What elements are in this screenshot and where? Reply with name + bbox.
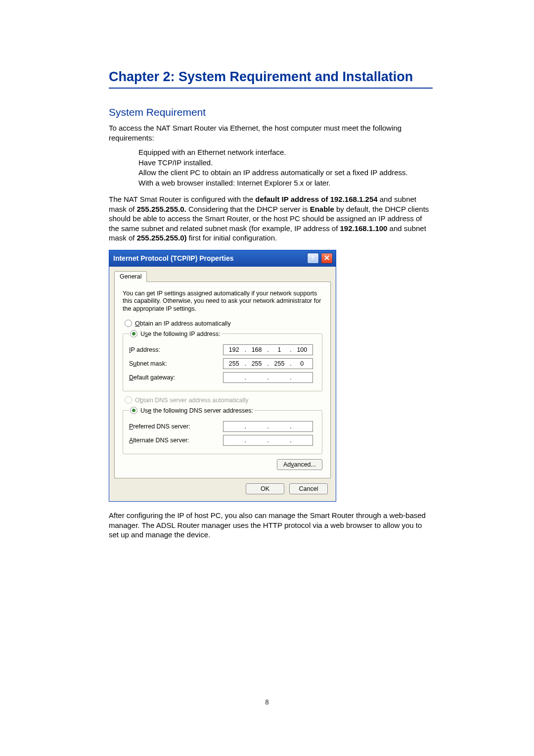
preferred-dns-input[interactable]: . . . <box>223 421 313 432</box>
list-item: Equipped with an Ethernet network interf… <box>138 147 430 157</box>
dot-icon: . <box>267 423 268 430</box>
dot-icon: . <box>290 423 291 430</box>
subnet-mask-input[interactable]: 255. 255. 255. 0 <box>223 358 313 369</box>
subnet-mask-label: Subnet mask: <box>129 360 223 367</box>
close-icon <box>324 254 330 262</box>
octet[interactable]: 100 <box>292 346 312 353</box>
octet[interactable]: 255 <box>246 360 267 367</box>
default-gateway-row: Default gateway: . . . <box>129 372 316 383</box>
text: anced... <box>294 461 316 468</box>
dialog-title: Internet Protocol (TCP/IP) Properties <box>113 254 233 262</box>
text: P address: <box>131 346 160 353</box>
mnemonic: b <box>140 397 143 404</box>
mnemonic: O <box>135 320 140 327</box>
radio-label: Obtain DNS server address automatically <box>135 397 248 404</box>
radio-obtain-dns: Obtain DNS server address automatically <box>125 396 320 404</box>
list-item: Allow the client PC to obtain an IP addr… <box>138 168 430 178</box>
svg-text:?: ? <box>311 255 314 261</box>
text: e the following IP address: <box>148 331 220 337</box>
text: first for initial configuration. <box>187 234 277 242</box>
octet[interactable]: 1 <box>269 346 290 353</box>
text: efault gateway: <box>134 374 175 381</box>
ip-address-row: IP address: 192. 168. 1. 100 <box>129 344 316 355</box>
subnet-mask-row: Subnet mask: 255. 255. 255. 0 <box>129 358 316 369</box>
cancel-button[interactable]: Cancel <box>289 483 328 494</box>
text: bnet mask: <box>136 360 167 367</box>
radio-label: Obtain an IP address automatically <box>135 320 231 327</box>
octet[interactable]: 192 <box>223 346 244 353</box>
dialog-titlebar[interactable]: Internet Protocol (TCP/IP) Properties ? <box>109 250 336 267</box>
default-gateway-input[interactable]: . . . <box>223 372 313 383</box>
bold-text: default IP address of 192.168.1.254 <box>255 195 377 203</box>
dns-group: Use the following DNS server addresses: … <box>123 407 322 454</box>
radio-use-ip[interactable]: Use the following IP address: <box>130 330 221 337</box>
default-gateway-label: Default gateway: <box>129 374 223 381</box>
requirements-list: Equipped with an Ethernet network interf… <box>138 147 430 188</box>
after-dialog-paragraph: After configuring the IP of host PC, you… <box>109 511 430 540</box>
radio-use-dns[interactable]: Use the following DNS server addresses: <box>130 407 253 414</box>
dialog-body: General You can get IP settings assigned… <box>109 267 336 502</box>
text: tain DNS server address automatically <box>143 397 249 404</box>
ok-button[interactable]: OK <box>246 483 284 494</box>
octet[interactable]: 0 <box>292 360 312 367</box>
text: O <box>135 397 140 404</box>
alternate-dns-label: Alternate DNS server: <box>129 437 223 444</box>
dot-icon: . <box>267 437 268 444</box>
dot-icon: . <box>290 437 291 444</box>
text: btain an IP address automatically <box>140 320 231 327</box>
radio-icon <box>125 396 132 404</box>
page-number: 8 <box>0 699 534 707</box>
preferred-dns-row: Preferred DNS server: . . . <box>129 421 316 432</box>
text: the following DNS server addresses: <box>151 407 253 414</box>
help-button[interactable]: ? <box>307 253 319 264</box>
intro-paragraph: To access the NAT Smart Router via Ether… <box>109 123 430 142</box>
dot-icon: . <box>290 374 291 381</box>
ip-group: Use the following IP address: IP address… <box>123 330 322 391</box>
preferred-dns-label: Preferred DNS server: <box>129 423 223 430</box>
list-item: Have TCP/IP installed. <box>138 158 430 168</box>
close-button[interactable] <box>321 253 333 264</box>
text: lternate DNS server: <box>133 437 189 444</box>
alternate-dns-input[interactable]: . . . <box>223 435 313 446</box>
text: Considering that the DHCP server is <box>186 205 310 213</box>
dialog-footer: OK Cancel <box>114 478 331 496</box>
radio-label: Use the following IP address: <box>140 331 221 337</box>
ip-address-input[interactable]: 192. 168. 1. 100 <box>223 344 313 355</box>
tcpip-properties-dialog: Internet Protocol (TCP/IP) Properties ? … <box>109 250 336 502</box>
ip-address-label: IP address: <box>129 346 223 353</box>
text: The NAT Smat Router is configured with t… <box>109 195 255 203</box>
dot-icon: . <box>244 437 246 444</box>
titlebar-buttons: ? <box>307 253 333 264</box>
advanced-button[interactable]: Advanced... <box>277 459 322 470</box>
dialog-intro: You can get IP settings assigned automat… <box>123 290 322 313</box>
radio-obtain-ip[interactable]: Obtain an IP address automatically <box>125 320 320 327</box>
octet[interactable]: 255 <box>223 360 244 367</box>
radio-label: Use the following DNS server addresses: <box>140 407 253 414</box>
radio-icon <box>130 407 137 414</box>
bold-text: 192.168.1.100 <box>340 224 387 233</box>
config-paragraph: The NAT Smat Router is configured with t… <box>109 194 430 243</box>
bold-text: 255.255.255.0) <box>137 234 187 242</box>
radio-icon <box>125 320 132 327</box>
octet[interactable]: 255 <box>269 360 290 367</box>
octet[interactable]: 168 <box>246 346 267 353</box>
text: referred DNS server: <box>133 423 190 430</box>
help-icon: ? <box>310 254 316 262</box>
text: Us <box>140 407 148 414</box>
dot-icon: . <box>244 374 246 381</box>
tab-panel: You can get IP settings assigned automat… <box>114 282 331 479</box>
dot-icon: . <box>244 423 246 430</box>
mnemonic: D <box>129 374 134 381</box>
page-content: Chapter 2: System Requirement and Instal… <box>0 0 534 565</box>
tab-general[interactable]: General <box>114 271 147 282</box>
tab-strip: General You can get IP settings assigned… <box>114 271 331 479</box>
list-item: With a web browser installed: Internet E… <box>138 178 430 188</box>
advanced-row: Advanced... <box>123 459 322 470</box>
bold-text: Enable <box>310 205 334 213</box>
chapter-title: Chapter 2: System Requirement and Instal… <box>109 69 433 89</box>
radio-icon <box>130 330 137 337</box>
bold-text: 255.255.255.0. <box>137 205 186 213</box>
text: U <box>140 331 145 337</box>
text: Ad <box>283 461 291 468</box>
section-title: System Requirement <box>109 106 442 118</box>
